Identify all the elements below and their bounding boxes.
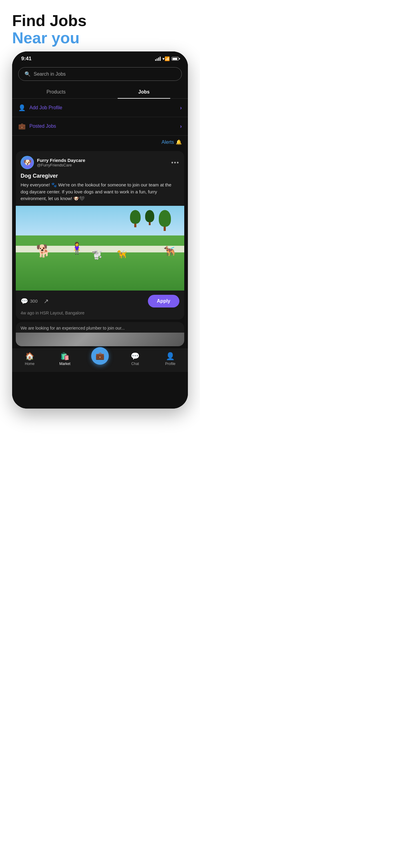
more-options-icon[interactable]: •••	[171, 159, 179, 166]
alerts-row[interactable]: Alerts 🔔	[12, 135, 188, 149]
nav-market[interactable]: 🛍️ Market	[47, 352, 82, 366]
posted-jobs-icon: 💼	[18, 123, 26, 130]
job-image: 🧍‍♀️ 🐕 🐩 🦮 🐕‍🦺	[16, 206, 184, 290]
job-card-header: 🐶 Furry Friends Daycare @FurryFriendsCar…	[16, 151, 184, 172]
nav-chat[interactable]: 💬 Chat	[118, 352, 153, 366]
comment-icon: 💬	[21, 298, 28, 305]
status-bar: 9:41 ▾📶	[12, 52, 188, 64]
next-card-image	[16, 333, 184, 346]
comments-count: 300	[30, 299, 37, 304]
headline: Find Jobs Near you	[12, 12, 188, 46]
dog1-icon: 🐕	[36, 244, 51, 258]
share-action[interactable]: ↗	[44, 298, 49, 305]
posted-jobs-chevron-icon: ›	[180, 123, 182, 129]
search-bar[interactable]: 🔍 Search in Jobs	[18, 67, 182, 81]
dog3-icon: 🦮	[117, 250, 127, 259]
center-jobs-button[interactable]: 💼	[91, 347, 109, 365]
nav-profile[interactable]: 👤 Profile	[153, 352, 188, 366]
job-card-footer: 💬 300 ↗ Apply 4w ago in HSR Layout, Bang…	[16, 290, 184, 319]
apply-button[interactable]: Apply	[148, 295, 179, 308]
headline-near: Near you	[12, 29, 188, 46]
dog4-icon: 🐕‍🦺	[164, 245, 176, 257]
tab-jobs[interactable]: Jobs	[100, 86, 188, 98]
nav-chat-label: Chat	[131, 362, 139, 366]
nav-home-label: Home	[25, 362, 34, 366]
job-actions-row: 💬 300 ↗ Apply	[21, 295, 179, 308]
phone-frame: 9:41 ▾📶 🔍	[12, 52, 188, 409]
avatar: 🐶	[21, 156, 34, 169]
jobs-center-icon: 💼	[95, 352, 105, 360]
share-icon: ↗	[44, 298, 49, 305]
nav-center-jobs[interactable]: 💼	[82, 353, 118, 365]
alerts-bell-icon: 🔔	[176, 139, 182, 145]
status-icons: ▾📶	[155, 56, 179, 61]
comments-action[interactable]: 💬 300	[21, 298, 37, 305]
add-profile-icon: 👤	[18, 104, 26, 112]
grass-scene: 🧍‍♀️ 🐕 🐩 🦮 🐕‍🦺	[16, 206, 184, 290]
search-placeholder-text: Search in Jobs	[34, 71, 66, 77]
trees-decoration	[130, 210, 171, 231]
profile-icon: 👤	[166, 352, 175, 361]
next-card-preview: We are looking for an experienced plumbe…	[16, 322, 184, 346]
wifi-icon: ▾📶	[163, 56, 170, 61]
add-job-profile-label: Add Job Profile	[29, 105, 62, 111]
posted-jobs-label: Posted Jobs	[29, 123, 56, 129]
tabs-row: Products Jobs	[12, 86, 188, 99]
job-meta: 4w ago in HSR Layout, Bangalore	[21, 311, 179, 315]
poster-name: Furry Friends Daycare	[37, 158, 85, 163]
tab-products[interactable]: Products	[12, 86, 100, 98]
job-description: Hey everyone! 🐾 We're on the lookout for…	[16, 182, 184, 206]
next-card-text: We are looking for an experienced plumbe…	[16, 322, 184, 334]
battery-icon	[172, 57, 179, 61]
alerts-label: Alerts	[162, 140, 174, 145]
search-container: 🔍 Search in Jobs	[12, 64, 188, 86]
phone-screen: 9:41 ▾📶 🔍	[12, 52, 188, 409]
nav-home[interactable]: 🏠 Home	[12, 352, 47, 366]
home-icon: 🏠	[25, 352, 34, 361]
signal-icon	[155, 57, 161, 61]
status-time: 9:41	[21, 56, 31, 62]
market-icon: 🛍️	[60, 352, 69, 361]
chat-icon: 💬	[131, 352, 140, 361]
menu-posted-jobs[interactable]: 💼 Posted Jobs ›	[12, 117, 188, 135]
add-profile-chevron-icon: ›	[180, 105, 182, 111]
human-figure-icon: 🧍‍♀️	[70, 242, 84, 255]
page-wrapper: Find Jobs Near you 9:41 ▾📶	[0, 0, 200, 409]
headline-find: Find Jobs	[12, 12, 188, 29]
poster-handle: @FurryFriendsCare	[37, 163, 85, 167]
menu-add-job-profile[interactable]: 👤 Add Job Profile ›	[12, 99, 188, 117]
job-title: Dog Caregiver	[16, 172, 184, 182]
search-icon: 🔍	[25, 71, 31, 77]
nav-profile-label: Profile	[165, 362, 175, 366]
nav-market-label: Market	[59, 362, 70, 366]
bottom-nav: 🏠 Home 🛍️ Market 💼 💬 Chat 👤	[12, 349, 188, 372]
dog2-icon: 🐩	[91, 249, 103, 260]
job-card: 🐶 Furry Friends Daycare @FurryFriendsCar…	[16, 151, 184, 319]
